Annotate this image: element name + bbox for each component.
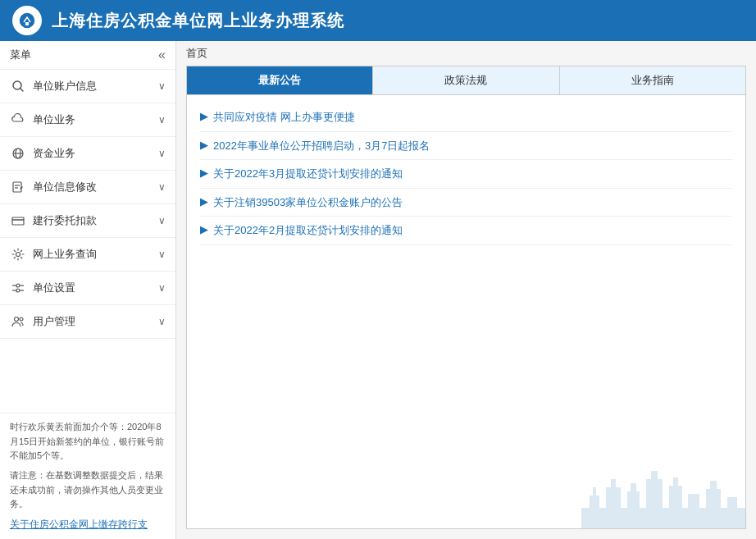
svg-rect-1: [25, 22, 29, 25]
sidebar-item-label: 网上业务查询: [33, 247, 152, 262]
sidebar-menu: 单位账户信息 ∨ 单位业务 ∨: [0, 70, 175, 413]
tab-latest[interactable]: 最新公告: [187, 66, 373, 94]
collapse-icon[interactable]: «: [158, 48, 166, 62]
svg-rect-33: [706, 489, 721, 508]
tabs-container: 最新公告 政策法规 业务指南 ▶ 共同应对疫情 网上办事更便捷 ▶ 2022年事…: [186, 66, 746, 529]
news-text[interactable]: 2022年事业单位公开招聘启动，3月7日起报名: [213, 138, 430, 154]
svg-line-3: [20, 89, 24, 92]
users-icon: [10, 313, 26, 330]
footer-notice-1: 时行欢乐黄丟前面加介个等：2020年8月15日开始新签约的单位，银行账号前不能加…: [10, 420, 166, 464]
svg-point-13: [16, 284, 20, 287]
app-title: 上海住房公积金单位网上业务办理系统: [52, 10, 344, 32]
footer-notice-2: 请注意：在基数调整数据提交后，结果还未成功前，请勿操作其他人员变更业务。: [10, 468, 166, 512]
svg-rect-28: [646, 479, 663, 508]
chevron-down-icon: ∨: [158, 80, 166, 92]
sidebar-item-label: 用户管理: [33, 314, 152, 329]
svg-point-0: [19, 12, 35, 29]
sidebar-item-bank-deduct[interactable]: 建行委托扣款 ∨: [0, 204, 175, 238]
svg-rect-29: [651, 471, 658, 479]
cloud-icon: [10, 112, 26, 128]
sidebar-item-label: 单位信息修改: [33, 180, 152, 194]
tab-content: ▶ 共同应对疫情 网上办事更便捷 ▶ 2022年事业单位公开招聘启动，3月7日起…: [187, 95, 745, 528]
settings-icon: [10, 280, 26, 296]
bullet-icon: ▶: [200, 195, 208, 208]
bullet-icon: ▶: [200, 223, 208, 235]
sidebar-footer: 时行欢乐黄丟前面加介个等：2020年8月15日开始新签约的单位，银行账号前不能加…: [0, 413, 175, 539]
svg-rect-31: [673, 477, 678, 486]
sidebar-item-label: 单位账户信息: [33, 79, 152, 94]
gear-icon: [10, 246, 26, 263]
news-text[interactable]: 关于2022年2月提取还贷计划安排的通知: [213, 222, 403, 239]
bullet-icon: ▶: [200, 167, 208, 179]
svg-rect-26: [627, 491, 640, 508]
sidebar-item-label: 单位设置: [33, 281, 152, 295]
sidebar-item-unit-settings[interactable]: 单位设置 ∨: [0, 272, 175, 305]
globe-icon: [10, 145, 26, 162]
sidebar-item-account-info[interactable]: 单位账户信息 ∨: [0, 70, 175, 103]
svg-rect-21: [581, 508, 745, 528]
svg-rect-35: [727, 497, 737, 508]
sidebar-item-fund-business[interactable]: 资金业务 ∨: [0, 137, 175, 171]
svg-point-12: [16, 253, 20, 257]
svg-rect-25: [611, 479, 616, 487]
tabs-header: 最新公告 政策法规 业务指南: [187, 66, 745, 95]
svg-point-14: [16, 289, 20, 292]
sidebar-item-label: 建行委托扣款: [33, 213, 152, 228]
news-text[interactable]: 共同应对疫情 网上办事更便捷: [213, 109, 355, 126]
chevron-down-icon: ∨: [158, 148, 166, 159]
tab-policy[interactable]: 政策法规: [373, 66, 559, 94]
svg-rect-10: [12, 217, 24, 225]
bullet-icon: ▶: [200, 139, 208, 151]
card-icon: [10, 212, 26, 229]
chevron-down-icon: ∨: [158, 114, 166, 126]
main-content: 首页 最新公告 政策法规 业务指南 ▶ 共同应对疫情 网上办事更便捷 ▶: [176, 41, 756, 539]
tab-guide[interactable]: 业务指南: [560, 66, 745, 94]
bullet-icon: ▶: [200, 110, 208, 122]
svg-rect-7: [13, 182, 21, 192]
chevron-down-icon: ∨: [158, 181, 166, 193]
sidebar-item-online-query[interactable]: 网上业务查询 ∨: [0, 238, 175, 272]
header: 上海住房公积金单位网上业务办理系统: [0, 0, 756, 41]
chevron-down-icon: ∨: [158, 249, 166, 260]
svg-point-20: [20, 317, 23, 321]
chevron-down-icon: ∨: [158, 215, 166, 226]
svg-rect-22: [590, 496, 599, 508]
content-area: 最新公告 政策法规 业务指南 ▶ 共同应对疫情 网上办事更便捷 ▶ 2022年事…: [176, 66, 756, 539]
news-item-1[interactable]: ▶ 2022年事业单位公开招聘启动，3月7日起报名: [200, 132, 732, 161]
svg-rect-30: [669, 486, 682, 508]
news-text[interactable]: 关于2022年3月提取还贷计划安排的通知: [213, 166, 403, 182]
sidebar-header: 菜单 «: [0, 41, 175, 70]
logo: [12, 6, 42, 35]
chevron-down-icon: ∨: [158, 316, 166, 327]
svg-rect-32: [688, 494, 699, 508]
news-item-0[interactable]: ▶ 共同应对疫情 网上办事更便捷: [200, 103, 732, 132]
news-item-2[interactable]: ▶ 关于2022年3月提取还贷计划安排的通知: [200, 160, 732, 189]
sidebar-item-unit-business[interactable]: 单位业务 ∨: [0, 103, 175, 137]
menu-label: 菜单: [10, 48, 31, 62]
sidebar-item-label: 资金业务: [33, 146, 152, 161]
news-item-3[interactable]: ▶ 关于注销39503家单位公积金账户的公告: [200, 189, 732, 217]
sidebar-item-info-edit[interactable]: 单位信息修改 ∨: [0, 171, 175, 204]
svg-rect-27: [631, 483, 636, 491]
sidebar-item-user-manage[interactable]: 用户管理 ∨: [0, 305, 175, 339]
svg-rect-24: [606, 487, 621, 508]
footer-link[interactable]: 关于住房公积金网上缴存跨行支: [10, 518, 148, 530]
chevron-down-icon: ∨: [158, 282, 166, 294]
svg-point-19: [15, 317, 19, 322]
breadcrumb: 首页: [176, 41, 756, 66]
search-icon: [10, 78, 26, 94]
news-item-4[interactable]: ▶ 关于2022年2月提取还贷计划安排的通知: [200, 217, 732, 245]
svg-rect-34: [710, 481, 717, 489]
skyline-decoration: [581, 463, 745, 528]
edit-icon: [10, 179, 26, 195]
sidebar-item-label: 单位业务: [33, 112, 152, 127]
svg-rect-23: [593, 487, 596, 496]
main-layout: 菜单 « 单位账户信息 ∨: [0, 41, 756, 539]
sidebar: 菜单 « 单位账户信息 ∨: [0, 41, 176, 539]
news-text[interactable]: 关于注销39503家单位公积金账户的公告: [213, 194, 403, 211]
